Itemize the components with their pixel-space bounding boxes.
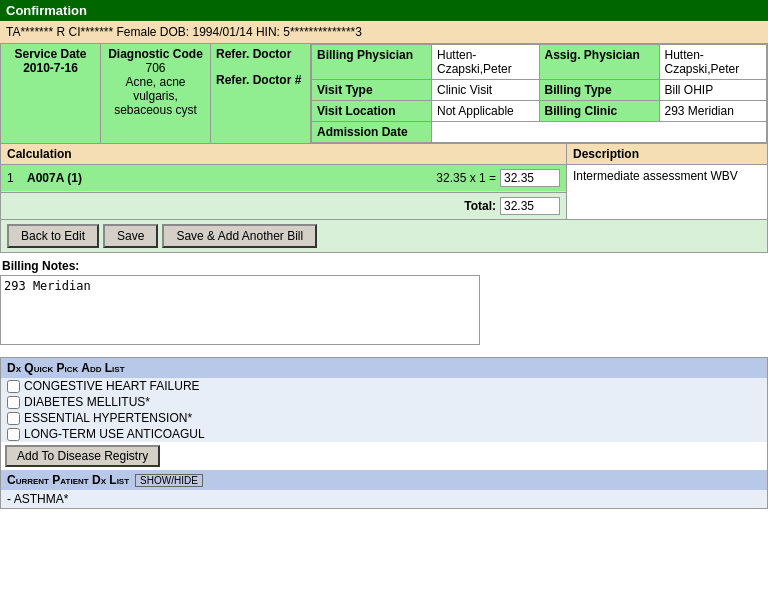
confirmation-header: Confirmation	[0, 0, 768, 21]
dx-label-3: ESSENTIAL HYPERTENSION*	[24, 411, 192, 425]
total-value[interactable]	[500, 197, 560, 215]
dx-label-4: LONG-TERM USE ANTICOAGUL	[24, 427, 205, 441]
show-hide-button[interactable]: SHOW/HIDE	[135, 474, 203, 487]
calc-row-value[interactable]	[500, 169, 560, 187]
calc-desc-content: 1 A007A (1) 32.35 x 1 = Total: Intermedi…	[1, 165, 767, 219]
billing-type-value: Bill OHIP	[659, 80, 767, 101]
dx-item-2: DIABETES MELLITUS*	[1, 394, 767, 410]
visit-type-label: Visit Type	[312, 80, 432, 101]
confirmation-title: Confirmation	[6, 3, 87, 18]
refer-doctor-cell: Refer. Doctor Refer. Doctor #	[211, 44, 311, 144]
dx-quick-pick-section: Dx Quick Pick Add List CONGESTIVE HEART …	[0, 357, 768, 509]
dx-checkbox-1[interactable]	[7, 380, 20, 393]
dx-checkbox-4[interactable]	[7, 428, 20, 441]
back-to-edit-button[interactable]: Back to Edit	[7, 224, 99, 248]
save-button[interactable]: Save	[103, 224, 158, 248]
calc-header: Calculation	[1, 144, 566, 165]
billing-notes-section: Billing Notes: 293 Meridian	[0, 253, 768, 353]
assig-physician-value: Hutten-Czapski,Peter	[659, 45, 767, 80]
calc-row: 1 A007A (1) 32.35 x 1 =	[1, 165, 566, 192]
buttons-row: Back to Edit Save Save & Add Another Bil…	[0, 220, 768, 253]
main-info-table: Service Date 2010-7-16 Diagnostic Code 7…	[0, 43, 768, 144]
refer-label1: Refer. Doctor	[216, 47, 305, 61]
billing-physician-label: Billing Physician	[312, 45, 432, 80]
dx-checkbox-2[interactable]	[7, 396, 20, 409]
total-row: Total:	[1, 192, 566, 219]
billing-type-label: Billing Type	[539, 80, 659, 101]
visit-type-value: Clinic Visit	[432, 80, 540, 101]
calc-desc-headers: Calculation Description	[1, 144, 767, 165]
assig-physician-label: Assig. Physician	[539, 45, 659, 80]
current-dx-content: - ASTHMA*	[1, 490, 767, 508]
visit-location-value: Not Applicable	[432, 101, 540, 122]
patient-info: TA******* R CI******* Female DOB: 1994/0…	[6, 25, 362, 39]
patient-bar: TA******* R CI******* Female DOB: 1994/0…	[0, 21, 768, 43]
calc-content: 1 A007A (1) 32.35 x 1 = Total:	[1, 165, 567, 219]
billing-notes-textarea[interactable]: 293 Meridian	[0, 275, 480, 345]
save-add-another-button[interactable]: Save & Add Another Bill	[162, 224, 317, 248]
diag-desc: Acne, acne vulgaris, sebaceous cyst	[106, 75, 205, 117]
current-dx-item-1: - ASTHMA*	[7, 492, 761, 506]
dx-item-1: CONGESTIVE HEART FAILURE	[1, 378, 767, 394]
desc-content-cell: Intermediate assessment WBV	[567, 165, 767, 219]
service-date-label: Service Date	[6, 47, 95, 61]
diag-code: 706	[106, 61, 205, 75]
calc-row-num: 1	[7, 171, 27, 185]
billing-info-table: Billing Physician Hutten-Czapski,Peter A…	[311, 44, 767, 143]
admission-date-label: Admission Date	[312, 122, 432, 143]
service-date-cell: Service Date 2010-7-16	[1, 44, 101, 144]
billing-clinic-value: 293 Meridian	[659, 101, 767, 122]
current-dx-label: Current Patient Dx List	[7, 473, 129, 487]
dx-label-1: CONGESTIVE HEART FAILURE	[24, 379, 200, 393]
calc-row-code: A007A (1)	[27, 171, 107, 185]
dx-label-2: DIABETES MELLITUS*	[24, 395, 150, 409]
billing-clinic-label: Billing Clinic	[539, 101, 659, 122]
billing-physician-value: Hutten-Czapski,Peter	[432, 45, 540, 80]
visit-location-label: Visit Location	[312, 101, 432, 122]
calc-row-formula: 32.35 x 1 =	[107, 171, 500, 185]
current-dx-header: Current Patient Dx List SHOW/HIDE	[1, 470, 767, 490]
dx-item-3: ESSENTIAL HYPERTENSION*	[1, 410, 767, 426]
admission-date-value	[432, 122, 767, 143]
refer-label2: Refer. Doctor #	[216, 73, 305, 87]
desc-text: Intermediate assessment WBV	[567, 165, 767, 187]
dx-item-4: LONG-TERM USE ANTICOAGUL	[1, 426, 767, 442]
service-date-value: 2010-7-16	[6, 61, 95, 75]
billing-info-container: Billing Physician Hutten-Czapski,Peter A…	[311, 44, 768, 144]
desc-header-cell: Description	[567, 144, 767, 165]
calc-desc-container: Calculation Description 1 A007A (1) 32.3…	[0, 144, 768, 220]
dx-checkbox-3[interactable]	[7, 412, 20, 425]
calc-header-cell: Calculation	[1, 144, 567, 165]
desc-header: Description	[567, 144, 767, 165]
diag-label: Diagnostic Code	[106, 47, 205, 61]
add-to-disease-registry-button[interactable]: Add To Disease Registry	[5, 445, 160, 467]
billing-notes-label: Billing Notes:	[0, 255, 768, 275]
total-label: Total:	[464, 199, 496, 213]
diagnostic-code-cell: Diagnostic Code 706 Acne, acne vulgaris,…	[101, 44, 211, 144]
dx-quick-pick-header: Dx Quick Pick Add List	[1, 358, 767, 378]
